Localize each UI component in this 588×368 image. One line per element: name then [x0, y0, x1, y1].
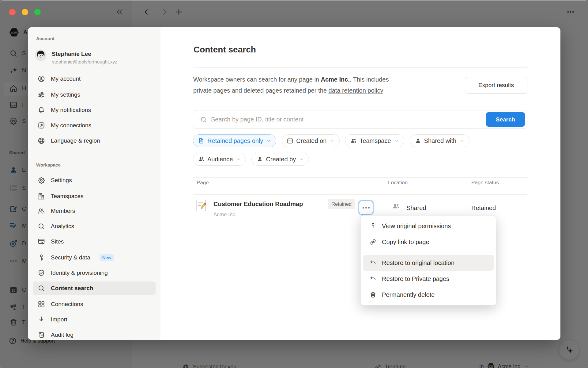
browser-cursor-icon: [37, 238, 45, 246]
memo-page-icon: [195, 199, 207, 212]
user-name: Stephanie Lee: [52, 51, 91, 57]
grid-icon: [37, 300, 45, 308]
page-description: Workspace owners can search for any page…: [193, 74, 444, 96]
link-icon: [369, 238, 377, 246]
new-badge: New: [100, 254, 114, 261]
search-button[interactable]: Search: [486, 112, 525, 127]
chevron-down-icon: [299, 157, 304, 162]
sidebar-item-sites[interactable]: Sites: [33, 235, 156, 248]
menu-divider: [361, 252, 496, 252]
sidebar-item-import[interactable]: Import: [33, 313, 156, 326]
sidebar-item-settings[interactable]: Settings: [33, 174, 156, 187]
column-header-page-status: Page status: [471, 180, 499, 186]
sliders-icon: [37, 91, 45, 99]
sidebar-item-analytics[interactable]: Analytics: [33, 220, 156, 233]
content-search-bar: Search: [193, 110, 527, 129]
globe-icon: [37, 137, 45, 145]
menu-item-restore-private-pages[interactable]: Restore to Private pages: [361, 271, 496, 287]
file-icon: [198, 137, 205, 144]
row-actions-button[interactable]: [359, 201, 373, 215]
sidebar-item-language-region[interactable]: Language & region: [33, 134, 156, 148]
chevron-down-icon: [330, 139, 334, 143]
sidebar-item-security-data[interactable]: Security & dataNew: [33, 251, 156, 264]
shield-check-icon: [37, 269, 45, 277]
retained-badge: Retained: [328, 199, 355, 209]
chevron-down-icon: [236, 157, 241, 162]
sidebar-item-members[interactable]: Members: [33, 204, 156, 218]
calendar-icon: [287, 137, 293, 144]
page-title: Content search: [194, 45, 256, 55]
filter-row-1: Retained pages only Created on Teamspace…: [193, 134, 469, 147]
filter-row-2: Audience Created by: [193, 153, 309, 166]
people-icon: [37, 207, 45, 215]
window-top-highlight: [0, 0, 588, 1]
sidebar-item-connections[interactable]: Connections: [33, 297, 156, 311]
sidebar-item-audit-log[interactable]: Audit log: [33, 328, 156, 340]
minimize-window-icon[interactable]: [22, 9, 28, 15]
gear-icon: [37, 176, 45, 184]
menu-item-view-original-permissions[interactable]: View original permissions: [361, 218, 496, 234]
sidebar-item-my-notifications[interactable]: My notifications: [33, 103, 156, 117]
title-divider: [193, 67, 527, 68]
export-results-button[interactable]: Export results: [465, 77, 527, 94]
key-icon: [369, 222, 377, 230]
sidebar-item-my-connections[interactable]: My connections: [33, 119, 156, 132]
chevron-down-icon: [460, 139, 464, 143]
filter-teamspace[interactable]: Teamspace: [345, 134, 404, 147]
menu-item-restore-original-location[interactable]: Restore to original location: [363, 255, 494, 271]
table-top-divider: [193, 177, 527, 178]
page-row-title[interactable]: Customer Education Roadmap: [213, 201, 303, 208]
zoom-window-icon[interactable]: [34, 9, 41, 15]
magnifier-plus-icon: [37, 222, 45, 230]
settings-sidebar: Account Stephanie Lee stephanie@toolsfor…: [28, 27, 160, 340]
undo-icon: [369, 275, 377, 282]
filter-shared-with[interactable]: Shared with: [410, 134, 470, 147]
sidebar-item-my-account[interactable]: My account: [33, 72, 156, 86]
people-icon: [392, 202, 400, 210]
section-label-account: Account: [36, 36, 55, 41]
workspace-name-bold: Acme Inc.: [321, 76, 350, 83]
bell-icon: [37, 106, 45, 114]
filter-created-by[interactable]: Created by: [251, 153, 309, 166]
arrow-up-right-box-icon: [37, 121, 45, 129]
user-email: stephanie@toolsforthought.xyz: [52, 59, 117, 65]
location-cell: Shared: [406, 205, 426, 212]
sidebar-item-content-search[interactable]: Content search: [33, 282, 156, 295]
sidebar-item-identity-provisioning[interactable]: Identity & provisioning: [33, 266, 156, 280]
search-input[interactable]: [211, 116, 486, 123]
people-icon: [198, 156, 205, 163]
filter-audience[interactable]: Audience: [193, 153, 246, 166]
section-label-workspace: Workspace: [36, 162, 61, 167]
search-icon: [200, 116, 207, 123]
filter-retained-pages-only[interactable]: Retained pages only: [193, 134, 276, 147]
filter-created-on[interactable]: Created on: [282, 134, 340, 147]
person-icon: [256, 156, 263, 163]
person-icon: [415, 137, 421, 144]
sidebar-item-my-settings[interactable]: My settings: [33, 88, 156, 102]
undo-icon: [369, 259, 377, 266]
trash-icon: [369, 291, 377, 298]
app-window: A S N H I S Shared E S C M D M C T T Hel…: [0, 0, 588, 368]
menu-item-permanently-delete[interactable]: Permanently delete: [361, 287, 496, 303]
close-window-icon[interactable]: [9, 9, 16, 15]
menu-item-copy-link[interactable]: Copy link to page: [361, 234, 496, 250]
page-status-cell: Retained: [471, 205, 496, 212]
avatar[interactable]: [35, 49, 46, 60]
page-row-subtitle: Acme Inc.: [213, 212, 237, 218]
key-icon: [37, 254, 45, 262]
column-header-page: Page: [197, 180, 209, 186]
settings-content: Content search Workspace owners can sear…: [160, 27, 560, 340]
row-context-menu: View original permissions Copy link to p…: [360, 215, 496, 305]
chevron-down-icon: [266, 139, 271, 143]
scroll-icon: [37, 331, 45, 339]
data-retention-policy-link[interactable]: data retention policy: [328, 87, 383, 94]
chevron-down-icon: [394, 139, 399, 143]
download-icon: [37, 316, 45, 324]
building-icon: [37, 192, 45, 200]
sidebar-item-teamspaces[interactable]: Teamspaces: [33, 190, 156, 203]
magnifier-icon: [37, 284, 45, 292]
person-circle-icon: [37, 75, 45, 83]
people-icon: [350, 137, 357, 144]
column-header-location: Location: [388, 180, 408, 186]
settings-modal: Account Stephanie Lee stephanie@toolsfor…: [28, 27, 560, 340]
